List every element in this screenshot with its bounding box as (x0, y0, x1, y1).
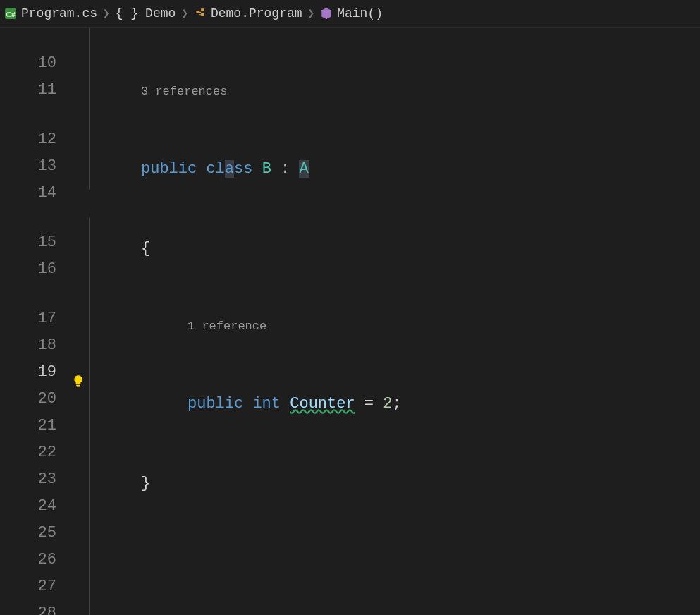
breadcrumb-file-label: Program.cs (21, 6, 97, 20)
line-number: 22 (0, 439, 56, 466)
line-number: 15 (0, 229, 56, 256)
chevron-right-icon: ❯ (178, 6, 191, 20)
line-number: 12 (0, 126, 56, 153)
breadcrumb-namespace[interactable]: { } Demo (116, 6, 176, 20)
code-line[interactable]: } (97, 470, 700, 497)
line-number: 24 (0, 493, 56, 520)
line-number: 21 (0, 413, 56, 439)
line-number: 10 (0, 50, 56, 77)
svg-rect-3 (77, 386, 80, 386)
breadcrumb-method-label: Main() (337, 6, 383, 20)
line-number: 25 (0, 520, 56, 547)
code-line[interactable]: public int Counter = 2; (97, 391, 700, 418)
code-line[interactable]: { (97, 236, 700, 262)
line-number: 27 (0, 573, 56, 600)
csharp-file-icon: C# (4, 6, 17, 20)
namespace-icon: { } (116, 6, 141, 20)
breadcrumb-method[interactable]: Main() (320, 6, 383, 20)
svg-text:C#: C# (6, 10, 16, 18)
glyph-margin (68, 28, 89, 615)
line-number-gutter: 10 11 12 13 14 15 16 17 18 19 20 21 22 2… (0, 28, 68, 615)
line-number: 13 (0, 153, 56, 180)
code-editor[interactable]: 10 11 12 13 14 15 16 17 18 19 20 21 22 2… (0, 28, 700, 615)
chevron-right-icon: ❯ (305, 6, 318, 20)
breadcrumb-class[interactable]: Demo.Program (194, 6, 302, 20)
indent-guide (89, 28, 97, 615)
line-number: 26 (0, 547, 56, 573)
line-number: 16 (0, 256, 56, 283)
class-icon (194, 6, 207, 20)
breadcrumb-namespace-label: Demo (145, 6, 176, 20)
codelens[interactable]: 3 references (97, 80, 700, 103)
line-number: 23 (0, 466, 56, 493)
breadcrumb-class-label: Demo.Program (211, 6, 302, 20)
line-number: 20 (0, 386, 56, 413)
chevron-right-icon: ❯ (100, 6, 113, 20)
line-number: 14 (0, 180, 56, 207)
line-number: 18 (0, 332, 56, 359)
breadcrumb-file[interactable]: C# Program.cs (4, 6, 97, 20)
lightbulb-icon[interactable] (72, 375, 85, 392)
line-number: 28 (0, 600, 56, 615)
line-number: 11 (0, 77, 56, 104)
code-line[interactable]: public class B : A (97, 156, 700, 183)
breadcrumb: C# Program.cs ❯ { } Demo ❯ Demo.Program … (0, 0, 700, 28)
code-area[interactable]: 3 references public class B : A { 1 refe… (97, 28, 700, 615)
line-number: 19 (0, 359, 56, 386)
codelens[interactable]: 1 reference (97, 315, 700, 338)
method-icon (320, 6, 333, 20)
code-line[interactable] (97, 550, 700, 577)
svg-rect-2 (76, 385, 80, 386)
line-number: 17 (0, 305, 56, 332)
